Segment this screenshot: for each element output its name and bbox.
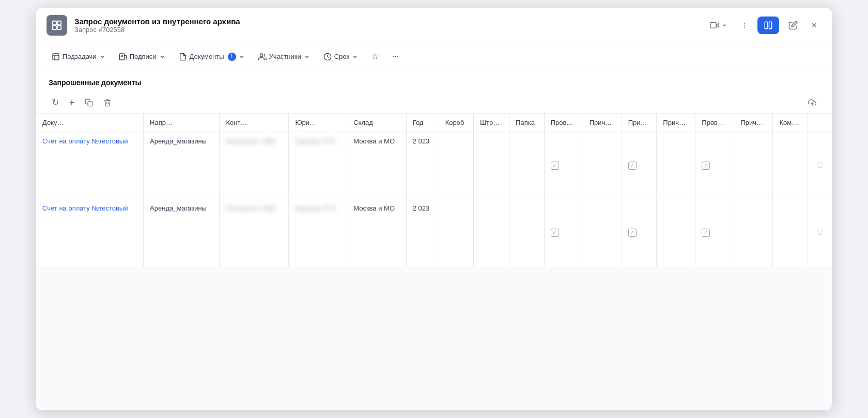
close-button[interactable]: ✕ bbox=[807, 18, 822, 33]
cell-kom-1 bbox=[773, 132, 808, 199]
col-header-god: Год bbox=[406, 114, 439, 132]
cell-korob-1 bbox=[439, 132, 473, 199]
delete-row-1-button[interactable] bbox=[814, 160, 826, 171]
star-icon: ☆ bbox=[371, 52, 379, 61]
col-header-pri1: При… bbox=[622, 114, 657, 132]
sklad-value-2: Москва и МО bbox=[353, 204, 395, 212]
napr-value-2: Аренда_магазины bbox=[150, 204, 207, 212]
video-button[interactable] bbox=[706, 18, 732, 33]
cell-prich3-2 bbox=[734, 199, 773, 266]
refresh-button[interactable]: ↻ bbox=[49, 95, 62, 110]
signatures-label: Подписи bbox=[130, 53, 157, 60]
svg-rect-16 bbox=[88, 102, 92, 106]
svg-rect-1 bbox=[57, 21, 61, 25]
toolbar-more-button[interactable]: ⋯ bbox=[387, 50, 404, 63]
cell-delete-2[interactable] bbox=[808, 199, 832, 266]
cell-yuri-1: Юрлицо XYZ bbox=[289, 132, 347, 199]
svg-marker-4 bbox=[716, 23, 719, 27]
panel-view-button[interactable] bbox=[757, 17, 779, 34]
table-toolbar: ↻ + bbox=[36, 92, 832, 113]
refresh-icon: ↻ bbox=[52, 97, 59, 108]
god-value-2: 2 023 bbox=[413, 204, 430, 212]
main-toolbar: Подзадачи Подписи Документы bbox=[36, 43, 832, 70]
trash-icon bbox=[103, 99, 112, 107]
col-header-prov2: Пров… bbox=[695, 114, 734, 132]
cell-kont-1: Контрагент ABC bbox=[220, 132, 289, 199]
napr-value-1: Аренда_магазины bbox=[150, 137, 207, 145]
svg-rect-2 bbox=[53, 26, 56, 29]
col-header-actions bbox=[808, 114, 832, 132]
cell-god-1: 2 023 bbox=[406, 132, 439, 199]
cell-kont-2: Контрагент ABC bbox=[220, 199, 289, 266]
cell-prich1-2 bbox=[583, 199, 622, 266]
titlebar-info: Запрос документов из внутреннего архива … bbox=[74, 17, 706, 34]
edit-button[interactable] bbox=[784, 18, 802, 33]
doc-link-1[interactable]: Счет на оплату №тестовый bbox=[42, 137, 137, 145]
checkbox-pri1-1[interactable] bbox=[628, 162, 637, 170]
checkbox-prov2-1[interactable] bbox=[702, 162, 710, 170]
cell-napr-1: Аренда_магазины bbox=[144, 132, 220, 199]
checkbox-prov2-2[interactable] bbox=[702, 229, 710, 237]
cell-pri1-2[interactable] bbox=[622, 199, 657, 266]
col-header-prich2: Прич… bbox=[657, 114, 695, 132]
delete-row-2-button[interactable] bbox=[814, 227, 826, 238]
participants-label: Участники bbox=[269, 53, 301, 60]
upload-icon bbox=[808, 99, 816, 107]
deadline-button[interactable]: Срок bbox=[318, 50, 364, 64]
cell-prov2-2[interactable] bbox=[695, 199, 734, 266]
col-header-prich1: Прич… bbox=[583, 114, 622, 132]
col-header-kont: Конт… bbox=[220, 114, 289, 132]
cell-delete-1[interactable] bbox=[808, 132, 832, 199]
cell-shtr-1 bbox=[474, 132, 509, 199]
documents-button[interactable]: Документы 1 bbox=[174, 50, 250, 64]
trash-row-2-icon bbox=[816, 228, 824, 235]
checkbox-prov1-1[interactable] bbox=[551, 162, 559, 170]
cell-prov1-2[interactable] bbox=[544, 199, 583, 266]
favorite-button[interactable]: ☆ bbox=[366, 49, 384, 65]
cell-sklad-2: Москва и МО bbox=[347, 199, 407, 266]
add-row-button[interactable]: + bbox=[66, 95, 78, 110]
cell-prov2-1[interactable] bbox=[695, 132, 734, 199]
svg-rect-0 bbox=[53, 21, 56, 25]
yuri-value-2: Юрлицо XYZ bbox=[295, 204, 335, 212]
cell-yuri-2: Юрлицо XYZ bbox=[289, 199, 347, 266]
cell-prich1-1 bbox=[583, 132, 622, 199]
kont-value-2: Контрагент ABC bbox=[226, 204, 276, 212]
svg-rect-6 bbox=[765, 22, 767, 29]
delete-selected-button[interactable] bbox=[100, 97, 115, 109]
titlebar-actions: ⋮ ✕ bbox=[706, 17, 822, 34]
app-icon bbox=[47, 15, 67, 36]
documents-table: Доку… Напр… Конт… Юри… Склад Год Короб Ш… bbox=[36, 113, 832, 266]
documents-label: Документы bbox=[190, 53, 224, 60]
cell-pri1-1[interactable] bbox=[622, 132, 657, 199]
section-title: Запрошенные документы bbox=[36, 70, 832, 92]
main-window: Запрос документов из внутреннего архива … bbox=[36, 8, 832, 410]
signatures-button[interactable]: Подписи bbox=[114, 50, 171, 64]
cell-prich2-2 bbox=[657, 199, 695, 266]
more-dots-icon: ⋮ bbox=[741, 21, 748, 29]
page-title: Запрос документов из внутреннего архива bbox=[74, 17, 706, 26]
svg-rect-7 bbox=[769, 22, 772, 29]
col-header-papka: Папка bbox=[509, 114, 545, 132]
cell-prov1-1[interactable] bbox=[544, 132, 583, 199]
checkbox-pri1-2[interactable] bbox=[628, 229, 637, 237]
svg-rect-3 bbox=[57, 26, 61, 29]
more-options-button[interactable]: ⋮ bbox=[737, 18, 752, 33]
subtasks-button[interactable]: Подзадачи bbox=[47, 50, 111, 64]
god-value-1: 2 023 bbox=[413, 137, 430, 145]
close-icon: ✕ bbox=[811, 21, 817, 29]
cell-doc-1: Счет на оплату №тестовый bbox=[36, 132, 144, 199]
col-header-napr: Напр… bbox=[144, 114, 220, 132]
cell-papka-2 bbox=[509, 199, 545, 266]
col-header-doc: Доку… bbox=[36, 114, 144, 132]
cell-sklad-1: Москва и МО bbox=[347, 132, 407, 199]
yuri-value-1: Юрлицо XYZ bbox=[295, 137, 335, 145]
col-header-sklad: Склад bbox=[347, 114, 407, 132]
upload-button[interactable] bbox=[805, 97, 819, 109]
doc-link-2[interactable]: Счет на оплату №тестовый bbox=[42, 204, 137, 212]
col-header-korob: Короб bbox=[439, 114, 473, 132]
checkbox-prov1-2[interactable] bbox=[551, 229, 559, 237]
copy-button[interactable] bbox=[82, 97, 96, 109]
table-row: Счет на оплату №тестовый Аренда_магазины… bbox=[36, 199, 832, 266]
participants-button[interactable]: Участники bbox=[253, 50, 315, 64]
